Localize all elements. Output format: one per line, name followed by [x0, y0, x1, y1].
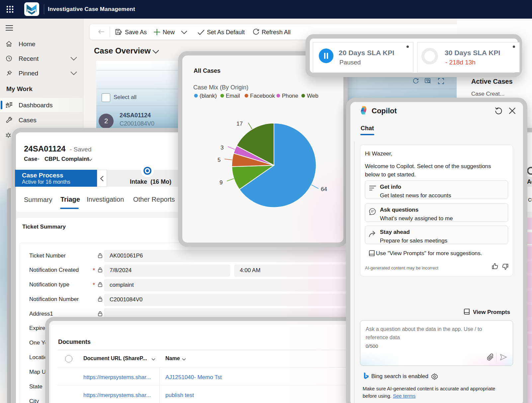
- svg-text:Phone: Phone: [282, 93, 298, 99]
- svg-text:3: 3: [221, 145, 223, 151]
- svg-text:5: 5: [218, 157, 221, 163]
- svg-text:Email: Email: [226, 93, 240, 99]
- svg-text:Facebook: Facebook: [250, 93, 275, 99]
- svg-text:Web: Web: [307, 93, 318, 99]
- svg-text:(blank): (blank): [200, 93, 217, 99]
- svg-text:17: 17: [236, 121, 243, 127]
- svg-text:9: 9: [220, 179, 222, 186]
- svg-text:64: 64: [321, 186, 327, 192]
